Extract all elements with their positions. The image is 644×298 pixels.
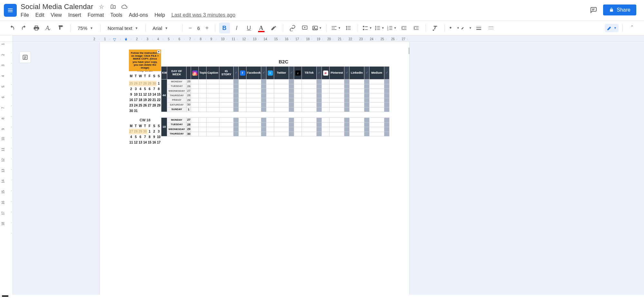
text-color-button[interactable]: A <box>256 23 267 33</box>
clear-formatting-button[interactable] <box>430 23 441 33</box>
docs-logo[interactable] <box>4 4 17 17</box>
pinterest-icon: P <box>323 70 328 76</box>
text-cursor <box>409 48 409 54</box>
facebook-icon: f <box>240 70 245 76</box>
planner-table[interactable]: KW DAY OF WEEK ◎ Topic Caption IG STORY … <box>161 66 389 136</box>
undo-button[interactable] <box>6 23 17 33</box>
vertical-ruler[interactable]: 1·2·3·4·5·6·7·8·9·10·11·12·13·14·15·16·1… <box>0 42 13 295</box>
last-edit-info[interactable]: Last edit was 3 minutes ago <box>171 12 235 18</box>
menu-insert[interactable]: Insert <box>68 12 81 18</box>
highlight-button[interactable] <box>268 23 279 33</box>
spellcheck-button[interactable]: A✔ <box>43 23 54 33</box>
zoom-select[interactable]: 75%▼ <box>74 23 96 33</box>
comments-icon[interactable] <box>589 5 598 14</box>
bulleted-list-button[interactable]: ▼ <box>374 23 385 33</box>
table-row[interactable]: 44MONDAY25 <box>161 79 389 84</box>
svg-point-5 <box>375 26 376 27</box>
fill-color-button[interactable]: ▼ <box>449 23 460 33</box>
tiktok-icon: ♪ <box>295 70 301 76</box>
instagram-icon: ◎ <box>192 70 197 76</box>
svg-text:3: 3 <box>387 29 389 31</box>
close-icon[interactable]: ▾ <box>157 50 160 53</box>
insert-comment-button[interactable] <box>299 23 310 33</box>
menu-bar: File Edit View Insert Format Tools Add-o… <box>21 12 589 18</box>
italic-button[interactable]: I <box>231 23 242 33</box>
table-row[interactable]: THURSDAY30 <box>161 132 389 136</box>
share-label: Share <box>617 7 630 13</box>
redo-button[interactable] <box>19 23 30 33</box>
menu-view[interactable]: View <box>51 12 62 18</box>
menu-tools[interactable]: Tools <box>110 12 122 18</box>
font-size-value[interactable]: 6 <box>196 25 202 31</box>
move-icon[interactable] <box>110 4 117 10</box>
align-button[interactable]: ▼ <box>331 23 341 33</box>
border-color-button[interactable]: ▼ <box>461 23 472 33</box>
insert-image-button[interactable]: ▼ <box>312 23 322 33</box>
svg-point-2 <box>314 27 315 28</box>
menu-edit[interactable]: Edit <box>35 12 44 18</box>
indent-dec-button[interactable] <box>399 23 409 33</box>
indent-inc-button[interactable] <box>411 23 422 33</box>
mini-calendar-cw18: CW 18 MTWTFSS272829301234567891011121314… <box>129 118 161 145</box>
style-select[interactable]: Normal text▼ <box>104 23 141 33</box>
cloud-status-icon[interactable] <box>121 4 128 10</box>
app-header: Social Media Calendar ☆ File Edit View I… <box>0 0 644 18</box>
bold-button[interactable]: B <box>219 23 230 33</box>
table-header-row: KW DAY OF WEEK ◎ Topic Caption IG STORY … <box>161 67 389 79</box>
check-icon: ✓ <box>235 71 237 74</box>
toolbar: A✔ 75%▼ Normal text▼ Arial▼ − 6 + B I U … <box>0 21 644 35</box>
table-row[interactable]: WEDNESDAY27 <box>161 89 389 93</box>
table-row[interactable]: WEDNESDAY29 <box>161 127 389 132</box>
table-row[interactable]: SUNDAY1 <box>161 107 389 112</box>
menu-help[interactable]: Help <box>154 12 165 18</box>
svg-rect-4 <box>363 29 364 30</box>
share-button[interactable]: Share <box>603 5 636 15</box>
paint-format-button[interactable] <box>55 23 66 33</box>
editing-mode-button[interactable]: ▼ <box>605 24 619 32</box>
outline-toggle-button[interactable] <box>19 51 31 63</box>
doc-title[interactable]: Social Media Calendar <box>21 3 93 11</box>
table-row[interactable]: FRIDAY29 <box>161 98 389 102</box>
menu-format[interactable]: Format <box>88 12 104 18</box>
sticky-text: Follow the instructions on image: Click … <box>131 51 159 69</box>
border-dash-button[interactable] <box>485 23 496 33</box>
numbered-list-button[interactable]: 123▼ <box>386 23 397 33</box>
font-select[interactable]: Arial▼ <box>149 23 178 33</box>
mini-calendar-may: May 2020 MTWTFSS252627282930123456789101… <box>129 68 161 114</box>
sticky-note[interactable]: ▾ Follow the instructions on image: Clic… <box>129 50 161 71</box>
star-icon[interactable]: ☆ <box>98 3 105 10</box>
checklist-button[interactable]: ▼ <box>362 23 373 33</box>
document-canvas[interactable]: ▾ Follow the instructions on image: Clic… <box>13 42 644 295</box>
document-page[interactable]: ▾ Follow the instructions on image: Clic… <box>100 42 409 295</box>
horizontal-ruler[interactable]: 2·1··1·2·3·4·5·6·7·8·9·10·11·12·13·14·15… <box>0 35 644 42</box>
menu-file[interactable]: File <box>21 12 29 18</box>
print-button[interactable] <box>31 23 42 33</box>
table-row[interactable]: TUESDAY28 <box>161 122 389 127</box>
table-row[interactable]: 18MONDAY27 <box>161 118 389 122</box>
doc-heading: B2C <box>187 59 380 64</box>
table-row[interactable]: TUESDAY26 <box>161 84 389 88</box>
menu-addons[interactable]: Add-ons <box>129 12 148 18</box>
table-row[interactable]: SATURDAY30 <box>161 103 389 107</box>
font-size-dec[interactable]: − <box>187 23 194 33</box>
table-row[interactable]: THURSDAY28 <box>161 93 389 98</box>
insert-link-button[interactable] <box>287 23 298 33</box>
line-spacing-button[interactable] <box>343 23 354 33</box>
underline-button[interactable]: U <box>244 23 255 33</box>
border-width-button[interactable] <box>473 23 484 33</box>
svg-point-7 <box>375 29 376 30</box>
twitter-icon: t <box>268 70 273 76</box>
collapse-toolbar-button[interactable]: ˆ <box>627 23 638 33</box>
svg-point-6 <box>375 27 376 28</box>
font-size-inc[interactable]: + <box>203 23 211 33</box>
svg-rect-3 <box>363 26 364 27</box>
